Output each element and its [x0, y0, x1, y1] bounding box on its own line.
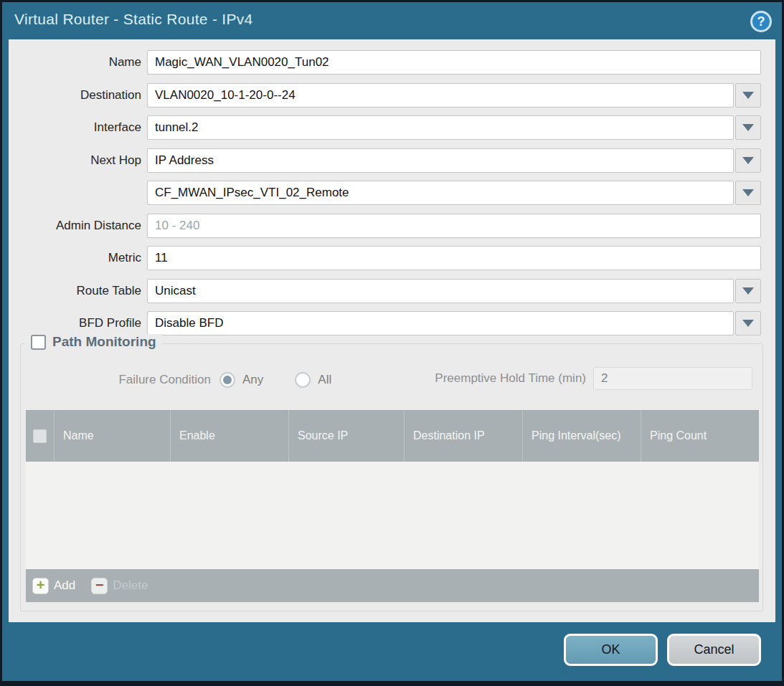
select-all-cell [26, 410, 55, 462]
route-table-row: Route Table [9, 279, 761, 303]
interface-label: Interface [9, 115, 147, 140]
column-header-ping-interval[interactable]: Ping Interval(sec) [523, 410, 641, 462]
minus-icon: − [91, 578, 108, 594]
path-monitoring-group: Path Monitoring Failure Condition Any Al… [20, 343, 763, 611]
metric-row: Metric [9, 246, 761, 270]
next-hop-label: Next Hop [9, 148, 147, 173]
chevron-down-icon [742, 157, 754, 164]
dialog-body: Name Destination Interface Next Hop [9, 39, 775, 622]
path-monitoring-legend: Path Monitoring [25, 334, 162, 350]
destination-input[interactable] [147, 83, 734, 108]
bfd-profile-label: BFD Profile [9, 311, 147, 335]
bfd-profile-dropdown-button[interactable] [735, 311, 761, 335]
any-radio-label: Any [242, 373, 263, 387]
preemptive-hold-time-input[interactable] [593, 367, 752, 390]
chevron-down-icon [742, 287, 754, 295]
any-radio[interactable] [219, 372, 235, 388]
all-radio-label: All [318, 373, 331, 387]
failure-condition-row: Failure Condition Any All [21, 367, 363, 393]
name-label: Name [9, 50, 147, 75]
ok-button[interactable]: OK [564, 634, 658, 666]
failure-condition-any-option: Any [219, 372, 263, 388]
preemptive-hold-time-label: Preemptive Hold Time (min) [435, 371, 593, 386]
all-radio[interactable] [295, 372, 311, 388]
preemptive-hold-time-group: Preemptive Hold Time (min) [435, 367, 752, 390]
add-button[interactable]: + Add [32, 578, 75, 594]
cancel-button[interactable]: Cancel [667, 634, 761, 666]
metric-label: Metric [9, 246, 147, 270]
admin-distance-label: Admin Distance [9, 214, 147, 238]
column-header-ping-count[interactable]: Ping Count [641, 410, 759, 462]
destination-label: Destination [9, 83, 147, 108]
next-hop-type-dropdown-button[interactable] [735, 148, 761, 173]
chevron-down-icon [742, 189, 754, 196]
route-table-dropdown-button[interactable] [735, 279, 761, 303]
delete-button[interactable]: − Delete [91, 578, 148, 594]
chevron-down-icon [742, 320, 754, 327]
next-hop-row: Next Hop [9, 148, 761, 173]
add-button-label: Add [54, 578, 75, 593]
column-header-destination-ip[interactable]: Destination IP [405, 410, 523, 462]
interface-row: Interface [9, 115, 761, 140]
chevron-down-icon [742, 124, 754, 131]
dialog-title: Virtual Router - Static Route - IPv4 [14, 11, 253, 28]
name-row: Name [9, 50, 761, 75]
column-header-source-ip[interactable]: Source IP [289, 410, 405, 462]
bfd-profile-row: BFD Profile [9, 311, 761, 335]
route-table-input[interactable] [147, 279, 734, 303]
next-hop-address-row [9, 181, 761, 205]
failure-condition-all-option: All [295, 372, 331, 388]
chevron-down-icon [742, 92, 754, 99]
delete-button-label: Delete [113, 578, 148, 593]
next-hop-address-input[interactable] [147, 181, 734, 205]
destination-dropdown-button[interactable] [735, 83, 761, 108]
path-monitoring-checkbox[interactable] [31, 335, 46, 350]
metric-input[interactable] [147, 246, 761, 270]
path-monitoring-table: Name Enable Source IP Destination IP Pin… [26, 410, 759, 602]
path-monitoring-title: Path Monitoring [52, 334, 156, 350]
table-toolbar: + Add − Delete [26, 569, 759, 602]
plus-icon: + [32, 578, 49, 594]
bfd-profile-input[interactable] [147, 311, 734, 335]
route-table-label: Route Table [9, 279, 147, 303]
destination-row: Destination [9, 83, 761, 108]
column-header-enable[interactable]: Enable [171, 410, 289, 462]
next-hop-address-dropdown-button[interactable] [735, 181, 761, 205]
column-header-name[interactable]: Name [55, 410, 171, 462]
table-body-empty [26, 462, 759, 569]
table-header-row: Name Enable Source IP Destination IP Pin… [26, 410, 759, 462]
interface-dropdown-button[interactable] [735, 115, 761, 140]
help-icon[interactable]: ? [750, 11, 772, 32]
select-all-checkbox[interactable] [33, 429, 47, 443]
name-input[interactable] [147, 50, 761, 75]
next-hop-type-input[interactable] [147, 148, 734, 173]
admin-distance-row: Admin Distance [9, 214, 761, 238]
admin-distance-input[interactable] [147, 214, 761, 238]
static-route-dialog: Virtual Router - Static Route - IPv4 ? N… [0, 0, 784, 686]
failure-condition-label: Failure Condition [21, 373, 219, 387]
radio-dot [223, 376, 232, 384]
interface-input[interactable] [147, 115, 734, 140]
